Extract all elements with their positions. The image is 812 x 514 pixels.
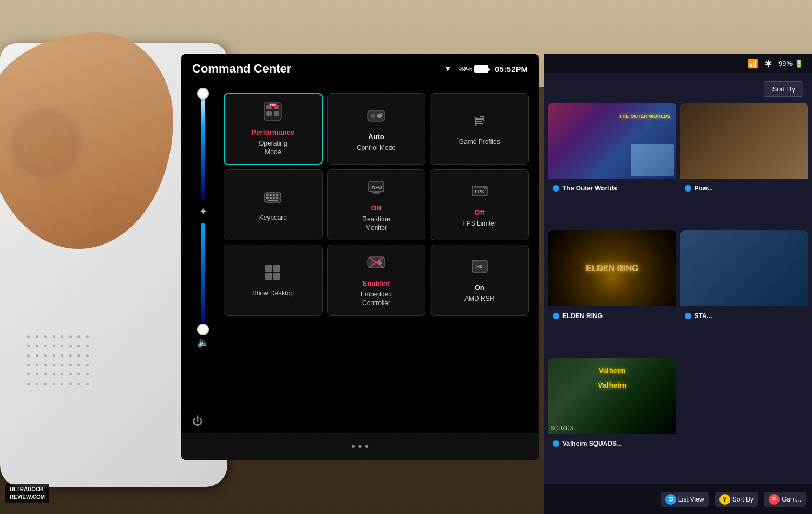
game-card-elden-ring-art: ELDEN RING: [548, 230, 676, 306]
speaker-dot: [86, 383, 89, 385]
operating-mode-label-line2: Mode: [265, 148, 281, 156]
wifi-icon: ▼: [444, 64, 451, 73]
command-center-bottom-bar: • • •: [181, 433, 539, 460]
speaker-dot: [53, 383, 55, 385]
svg-text:15W: 15W: [270, 103, 277, 107]
game-button[interactable]: ✕ Gam...: [764, 492, 806, 507]
speaker-dot: [69, 345, 72, 347]
battery-percent: 99%: [458, 65, 472, 73]
speaker-dot: [69, 354, 72, 357]
power-area: ⏻: [192, 415, 203, 427]
speaker-dot: [77, 373, 80, 375]
show-desktop-label: Show Desktop: [252, 289, 294, 298]
svg-rect-36: [265, 265, 272, 272]
amd-rsr-icon: HD: [470, 257, 489, 280]
command-center-header: Command Center ▼ 99% 05:52PM: [181, 54, 539, 83]
game-button-icon: ✕: [769, 494, 780, 505]
steam-dot-outer-worlds: [553, 185, 559, 192]
show-desktop-button[interactable]: Show Desktop: [224, 245, 323, 315]
control-mode-status: Auto: [368, 133, 384, 141]
realtime-monitor-status: Off: [371, 204, 382, 212]
amd-rsr-label: AMD RSR: [464, 295, 494, 304]
brightness-slider-thumb[interactable]: [197, 88, 209, 100]
speaker-dots: // Will be populated by JS below: [27, 335, 92, 390]
device-screen: Command Center ▼ 99% 05:52PM ✦ 🔈: [181, 54, 539, 460]
svg-text:HD: HD: [476, 264, 483, 269]
volume-icon: 🔈: [197, 338, 209, 347]
sort-by-bottom-button[interactable]: Y Sort By: [715, 492, 758, 507]
speaker-dot: [53, 335, 55, 338]
clock-display: 05:52PM: [495, 64, 528, 74]
steam-topbar: 📶 ✱ 99% 🔋: [544, 54, 812, 73]
brightness-slider-track[interactable]: [201, 92, 205, 200]
speaker-dot: [77, 364, 80, 366]
game-label-outer-worlds: The Outer Worlds: [548, 179, 676, 198]
svg-rect-21: [273, 194, 275, 196]
battery-display: 99%: [458, 65, 488, 73]
game-profiles-label: Game Profiles: [459, 138, 500, 147]
control-mode-button[interactable]: Auto Control Mode: [327, 93, 426, 165]
speaker-dot: [77, 354, 80, 357]
speaker-dot: [36, 354, 38, 357]
speaker-dot: [44, 383, 47, 385]
command-center-grid: 15W Performance Operating Mode Auto: [219, 89, 533, 320]
svg-point-8: [371, 114, 375, 118]
svg-rect-10: [377, 115, 382, 117]
speaker-dot: [44, 354, 47, 357]
game-card-stardew[interactable]: STA...: [680, 230, 808, 328]
speaker-dot: [27, 383, 30, 385]
svg-rect-19: [266, 194, 269, 196]
operating-mode-button[interactable]: 15W Performance Operating Mode: [224, 93, 323, 165]
volume-slider-thumb[interactable]: [197, 324, 209, 335]
operating-mode-status: Performance: [252, 128, 294, 136]
steam-dot-valheim: [553, 440, 559, 447]
realtime-monitor-icon: INFO: [366, 177, 386, 201]
game-card-elden-ring[interactable]: ELDEN RING ELDEN RING: [548, 230, 676, 328]
speaker-dot: [61, 364, 63, 366]
speaker-dot: [77, 383, 80, 385]
speaker-dot: [86, 354, 89, 357]
svg-rect-20: [270, 194, 272, 196]
speaker-dot: [36, 373, 38, 375]
list-view-button[interactable]: ⊡ List View: [661, 492, 709, 507]
bottom-nav-dots[interactable]: • • •: [351, 440, 369, 453]
svg-rect-3: [266, 111, 272, 116]
speaker-dot: [36, 383, 38, 385]
embedded-controller-button[interactable]: Enabled Embedded Controller: [327, 245, 426, 315]
amd-rsr-status: On: [475, 284, 484, 292]
sort-by-button[interactable]: Sort By: [764, 81, 803, 97]
svg-rect-23: [266, 197, 269, 199]
game-card-valheim-art: Valheim SQUADS...: [548, 358, 676, 434]
keyboard-button[interactable]: Keyboard: [224, 169, 323, 240]
list-view-icon: ⊡: [665, 494, 676, 505]
svg-text:INFO: INFO: [370, 184, 382, 190]
power-icon[interactable]: ⏻: [192, 415, 203, 427]
speaker-dot: [44, 345, 47, 347]
svg-rect-38: [265, 273, 272, 280]
game-label-powerwash: Pow...: [680, 179, 808, 198]
fps-limiter-label: FPS Limiter: [462, 220, 496, 228]
speaker-dot: [36, 335, 38, 338]
svg-rect-48: [474, 261, 479, 262]
fps-limiter-status: Off: [474, 208, 484, 216]
speaker-dot: [86, 345, 89, 347]
speaker-dot: [61, 383, 63, 385]
realtime-monitor-button[interactable]: INFO Off Real-time Monitor: [327, 169, 426, 240]
amd-rsr-button[interactable]: HD On AMD RSR: [430, 245, 529, 315]
fps-limiter-button[interactable]: FPS Off FPS Limiter: [430, 169, 529, 240]
svg-text:FPS: FPS: [475, 189, 484, 194]
speaker-dot: [27, 354, 30, 357]
game-card-valheim[interactable]: Valheim SQUADS... Valheim SQUADS...: [548, 358, 676, 456]
speaker-dot: [36, 364, 38, 366]
game-label-stardew: STA...: [680, 306, 808, 326]
svg-rect-37: [273, 265, 280, 272]
game-profiles-icon: [470, 111, 489, 135]
game-card-powerwash[interactable]: Pow...: [680, 103, 808, 200]
list-view-label: List View: [678, 496, 704, 503]
volume-slider-track[interactable]: [201, 223, 205, 331]
speaker-dot: [44, 335, 47, 338]
game-profiles-button[interactable]: Game Profiles: [430, 93, 529, 165]
speaker-dot: [69, 335, 72, 338]
game-card-outer-worlds[interactable]: The Outer Worlds: [548, 103, 676, 200]
sort-by-bottom-icon: Y: [719, 494, 730, 505]
